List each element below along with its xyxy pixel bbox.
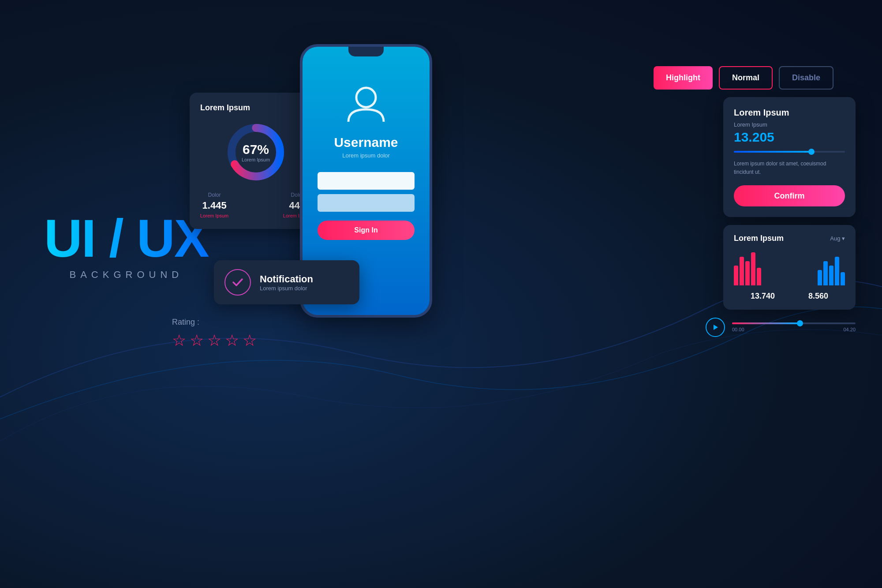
disable-button: Disable <box>779 66 833 90</box>
confirm-button[interactable]: Confirm <box>734 185 845 206</box>
normal-button[interactable]: Normal <box>719 66 773 90</box>
donut-percent: 67% <box>243 142 269 157</box>
highlight-button[interactable]: Highlight <box>654 66 713 90</box>
checkmark-icon <box>231 276 244 289</box>
rating-label: Rating : <box>172 318 257 327</box>
svg-marker-4 <box>714 325 718 330</box>
notification-card: Notification Lorem ipsum dolor <box>214 260 359 304</box>
phone-input-1[interactable] <box>318 172 415 190</box>
star-5[interactable]: ☆ <box>243 331 257 350</box>
stats-col-1: Dolor 1.445 Lorem Ipsum <box>200 192 228 218</box>
star-4[interactable]: ☆ <box>225 331 239 350</box>
col1-sub: Lorem Ipsum <box>200 213 228 218</box>
info-card-description: Lorem ipsum dolor sit amet, coeuismod ti… <box>734 160 845 176</box>
phone-username: Username <box>334 135 398 150</box>
chart-val-1: 13.740 <box>751 292 775 301</box>
chart-card-title: Lorem Ipsum <box>734 234 784 243</box>
info-card-sub-label: Lorem Ipsum <box>734 121 845 128</box>
chart-values: 13.740 8.560 <box>734 292 845 301</box>
svg-point-3 <box>356 88 376 107</box>
notification-title: Notification <box>260 273 313 285</box>
player-thumb <box>797 320 803 326</box>
phone-notch <box>348 47 384 56</box>
slider-track[interactable] <box>734 151 845 153</box>
stats-card-title: Lorem Ipsum <box>200 103 311 112</box>
info-card-value: 13.205 <box>734 130 845 145</box>
slider-fill <box>734 151 811 153</box>
star-1[interactable]: ☆ <box>172 331 186 350</box>
star-3[interactable]: ☆ <box>207 331 221 350</box>
phone-signin-button[interactable]: Sign In <box>318 221 415 240</box>
bars-container <box>734 250 845 285</box>
chart-card-header: Lorem Ipsum Aug ▾ <box>734 234 845 243</box>
player-track[interactable]: 00.00 04.20 <box>732 322 856 332</box>
stats-row: Dolor 1.445 Lorem Ipsum Dolor 448 Lorem … <box>200 192 311 218</box>
player-time-start: 00.00 <box>732 327 744 332</box>
chart-val-2: 8.560 <box>808 292 828 301</box>
main-title: UI / UX <box>44 212 209 265</box>
notification-icon-circle <box>224 269 251 296</box>
play-button[interactable] <box>706 318 725 337</box>
notification-subtitle: Lorem ipsum dolor <box>260 285 313 292</box>
media-player: 00.00 04.20 <box>706 318 856 337</box>
info-card: Lorem Ipsum Lorem Ipsum 13.205 Lorem ips… <box>723 97 856 217</box>
player-fill <box>732 322 800 324</box>
notification-text: Notification Lorem ipsum dolor <box>260 273 313 292</box>
slider-thumb <box>808 149 815 155</box>
col1-value: 1.445 <box>200 200 228 211</box>
phone-subtitle: Lorem ipsum dolor <box>342 152 390 159</box>
blue-bar-group <box>818 257 845 285</box>
play-icon <box>712 324 719 331</box>
player-time-end: 04.20 <box>843 327 856 332</box>
stars-container[interactable]: ☆ ☆ ☆ ☆ ☆ <box>172 331 257 350</box>
col1-label: Dolor <box>200 192 228 198</box>
title-area: UI / UX BACKGROUND <box>44 212 209 281</box>
chart-card: Lorem Ipsum Aug ▾ 13.740 8.560 <box>723 225 856 310</box>
donut-label: Lorem Ipsum <box>242 157 270 162</box>
donut-chart: 67% Lorem Ipsum <box>225 121 287 183</box>
avatar-icon <box>344 82 388 126</box>
sub-title: BACKGROUND <box>44 269 209 281</box>
donut-text: 67% Lorem Ipsum <box>225 121 287 183</box>
star-2[interactable]: ☆ <box>190 331 204 350</box>
donut-container: 67% Lorem Ipsum <box>200 121 311 183</box>
info-card-title: Lorem Ipsum <box>734 108 845 118</box>
player-times: 00.00 04.20 <box>732 327 856 332</box>
player-bar <box>732 322 856 324</box>
pink-bar-group <box>734 252 761 285</box>
phone-input-2[interactable] <box>318 194 415 212</box>
rating-area: Rating : ☆ ☆ ☆ ☆ ☆ <box>172 318 257 350</box>
button-group: Highlight Normal Disable <box>654 66 833 90</box>
chart-month: Aug ▾ <box>830 235 845 242</box>
